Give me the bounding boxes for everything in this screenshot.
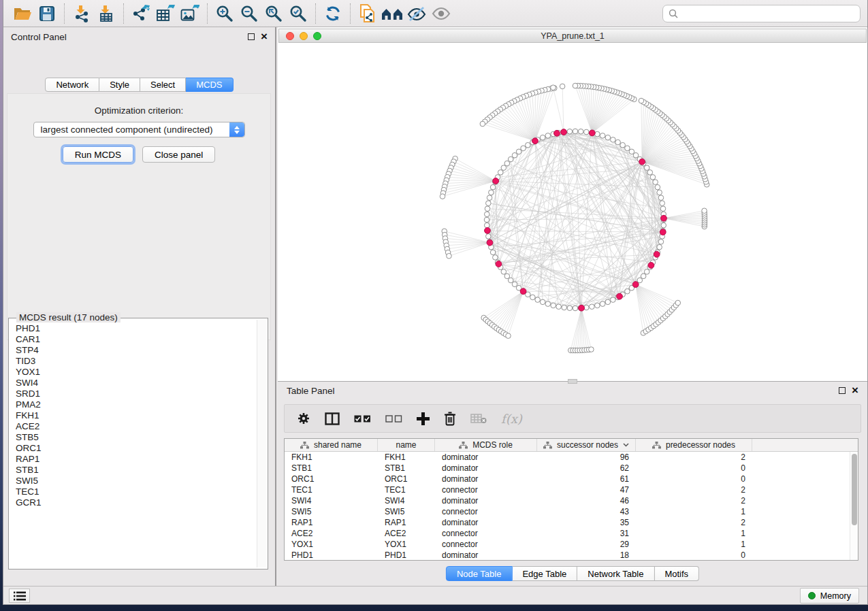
tab-mcds[interactable]: MCDS bbox=[186, 78, 233, 92]
mcds-result-item[interactable]: YOX1 bbox=[16, 367, 256, 378]
mcds-result-scrollbar[interactable] bbox=[257, 320, 266, 567]
cell-successor_nodes[interactable]: 29 bbox=[537, 539, 636, 550]
table-row[interactable]: ORC1ORC1dominator610 bbox=[285, 474, 850, 484]
cell-name[interactable]: YOX1 bbox=[378, 539, 435, 550]
cell-successor_nodes[interactable]: 61 bbox=[537, 474, 636, 484]
cell-name[interactable]: FKH1 bbox=[378, 452, 435, 463]
cell-mcds_role[interactable]: dominator bbox=[435, 495, 537, 506]
table-settings-button[interactable] bbox=[297, 412, 310, 425]
cell-shared_name[interactable]: SWI5 bbox=[285, 506, 378, 517]
table-row[interactable]: ACE2ACE2connector311 bbox=[285, 528, 850, 539]
function-builder-button[interactable]: f(x) bbox=[501, 412, 522, 426]
mcds-result-item[interactable]: RAP1 bbox=[16, 454, 256, 465]
mcds-result-item[interactable]: STP4 bbox=[16, 345, 256, 356]
export-network-button[interactable] bbox=[129, 2, 153, 25]
cell-name[interactable]: PHD1 bbox=[378, 550, 435, 560]
close-panel-icon[interactable]: × bbox=[261, 33, 268, 40]
column-header-successor-nodes[interactable]: successor nodes bbox=[537, 439, 636, 451]
cell-name[interactable]: SWI4 bbox=[378, 495, 435, 506]
mcds-result-item[interactable]: FKH1 bbox=[16, 410, 256, 421]
save-session-button[interactable] bbox=[35, 2, 59, 25]
cell-successor_nodes[interactable]: 62 bbox=[537, 463, 636, 474]
cell-mcds_role[interactable]: connector bbox=[435, 484, 537, 495]
cell-predecessor_nodes[interactable]: 2 bbox=[636, 484, 752, 495]
mcds-result-item[interactable]: STB1 bbox=[16, 465, 256, 476]
mcds-result-item[interactable]: ACE2 bbox=[16, 421, 256, 432]
cell-successor_nodes[interactable]: 43 bbox=[537, 506, 636, 517]
tab-node-table[interactable]: Node Table bbox=[446, 566, 513, 581]
cell-mcds_role[interactable]: dominator bbox=[435, 517, 537, 528]
zoom-in-button[interactable] bbox=[212, 2, 237, 25]
mcds-result-item[interactable]: STB5 bbox=[16, 432, 256, 443]
cell-predecessor_nodes[interactable]: 1 bbox=[636, 539, 752, 550]
show-column-button[interactable] bbox=[325, 412, 340, 425]
cell-name[interactable]: TEC1 bbox=[378, 484, 435, 495]
cell-predecessor_nodes[interactable]: 2 bbox=[636, 452, 752, 463]
delete-column-button[interactable] bbox=[444, 412, 456, 426]
zoom-out-button[interactable] bbox=[237, 2, 261, 25]
table-row[interactable]: TEC1TEC1connector472 bbox=[285, 484, 850, 495]
show-all-button[interactable] bbox=[429, 2, 453, 25]
cell-successor_nodes[interactable]: 35 bbox=[537, 517, 636, 528]
cell-name[interactable]: SWI5 bbox=[378, 506, 435, 517]
cell-shared_name[interactable]: TEC1 bbox=[285, 484, 378, 495]
add-column-button[interactable] bbox=[417, 412, 430, 425]
mcds-result-item[interactable]: SRD1 bbox=[16, 389, 256, 399]
mcds-result-item[interactable]: CAR1 bbox=[16, 334, 256, 345]
refresh-button[interactable] bbox=[321, 2, 345, 25]
import-table-button[interactable] bbox=[94, 2, 118, 25]
table-row[interactable]: FKH1FKH1dominator962 bbox=[285, 452, 850, 463]
cell-successor_nodes[interactable]: 96 bbox=[537, 452, 636, 463]
first-neighbors-button[interactable] bbox=[380, 2, 404, 25]
delete-table-button[interactable] bbox=[470, 414, 487, 424]
table-row[interactable]: SWI5SWI5connector431 bbox=[285, 506, 850, 517]
cell-shared_name[interactable]: RAP1 bbox=[285, 517, 378, 528]
cell-mcds_role[interactable]: dominator bbox=[435, 474, 537, 484]
optimization-select[interactable]: largest connected component (undirected) bbox=[33, 122, 245, 137]
tab-style[interactable]: Style bbox=[99, 78, 140, 92]
cell-shared_name[interactable]: STB1 bbox=[285, 463, 378, 474]
network-graph[interactable] bbox=[278, 43, 868, 380]
cell-successor_nodes[interactable]: 46 bbox=[537, 495, 636, 506]
mcds-result-item[interactable]: PHD1 bbox=[16, 323, 256, 334]
cell-predecessor_nodes[interactable]: 2 bbox=[636, 495, 752, 506]
import-network-button[interactable] bbox=[69, 2, 94, 25]
cell-predecessor_nodes[interactable]: 1 bbox=[636, 528, 752, 539]
mcds-result-item[interactable]: SWI4 bbox=[16, 378, 256, 389]
tab-motifs[interactable]: Motifs bbox=[654, 566, 699, 581]
cell-successor_nodes[interactable]: 31 bbox=[537, 528, 636, 539]
mcds-result-item[interactable]: TID3 bbox=[16, 356, 256, 367]
show-panels-button[interactable] bbox=[9, 589, 30, 603]
mcds-result-item[interactable]: SWI5 bbox=[16, 476, 256, 486]
cell-mcds_role[interactable]: dominator bbox=[435, 452, 537, 463]
cell-shared_name[interactable]: PHD1 bbox=[285, 550, 378, 560]
tab-select[interactable]: Select bbox=[140, 78, 186, 92]
run-mcds-button[interactable]: Run MCDS bbox=[63, 146, 133, 163]
mcds-result-item[interactable]: ORC1 bbox=[16, 443, 256, 454]
search-input[interactable] bbox=[682, 8, 854, 18]
close-panel-button[interactable]: Close panel bbox=[142, 146, 215, 163]
cell-shared_name[interactable]: ACE2 bbox=[285, 528, 378, 539]
cell-shared_name[interactable]: FKH1 bbox=[285, 452, 378, 463]
cell-successor_nodes[interactable]: 47 bbox=[537, 484, 636, 495]
memory-button[interactable]: Memory bbox=[800, 588, 859, 604]
cell-mcds_role[interactable]: connector bbox=[435, 539, 537, 550]
tab-network[interactable]: Network bbox=[45, 78, 99, 92]
deselect-all-columns-button[interactable] bbox=[385, 415, 402, 423]
cell-name[interactable]: RAP1 bbox=[378, 517, 435, 528]
cell-shared_name[interactable]: YOX1 bbox=[285, 539, 378, 550]
mcds-result-item[interactable]: GCR1 bbox=[16, 497, 256, 508]
cell-shared_name[interactable]: SWI4 bbox=[285, 495, 378, 506]
table-scroll-thumb[interactable] bbox=[852, 454, 857, 525]
cell-successor_nodes[interactable]: 18 bbox=[537, 550, 636, 560]
table-row[interactable]: PHD1PHD1dominator180 bbox=[285, 550, 850, 560]
cell-name[interactable]: ACE2 bbox=[378, 528, 435, 539]
cell-name[interactable]: ORC1 bbox=[378, 474, 435, 484]
export-table-button[interactable] bbox=[153, 2, 178, 25]
cell-shared_name[interactable]: ORC1 bbox=[285, 474, 378, 484]
column-header-predecessor-nodes[interactable]: predecessor nodes bbox=[636, 439, 752, 451]
mcds-result-item[interactable]: TEC1 bbox=[16, 486, 256, 497]
table-row[interactable]: STB1STB1dominator620 bbox=[285, 463, 850, 474]
close-table-panel-icon[interactable]: × bbox=[852, 387, 858, 394]
network-canvas[interactable] bbox=[278, 43, 867, 381]
